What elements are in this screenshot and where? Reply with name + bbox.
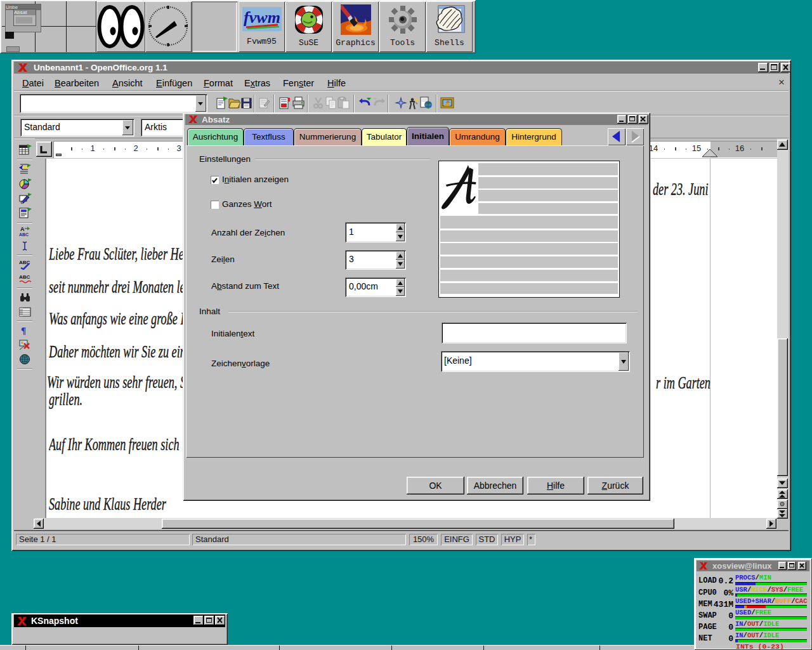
svg-text:ABC: ABC <box>19 274 30 280</box>
svg-text:¶: ¶ <box>21 326 26 336</box>
svg-text:fvwm: fvwm <box>244 8 280 27</box>
svg-text:ABC: ABC <box>19 232 29 237</box>
svg-text:A: A <box>20 226 25 232</box>
